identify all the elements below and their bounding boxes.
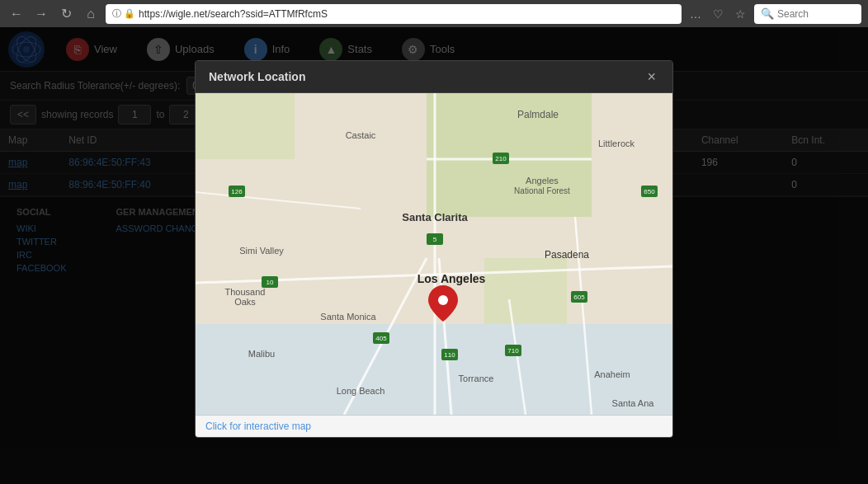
modal-body: 5 405 210 605 710 110 xyxy=(196,93,672,437)
modal-overlay: Network Location × xyxy=(0,27,868,484)
address-bar[interactable]: ⓘ 🔒 https://wigle.net/search?ssid=ATTMfR… xyxy=(106,4,682,24)
svg-text:Angeles: Angeles xyxy=(526,176,559,186)
svg-text:Santa Monica: Santa Monica xyxy=(320,312,376,322)
network-location-modal: Network Location × xyxy=(195,60,673,438)
url-text: https://wigle.net/search?ssid=ATTMfRfcmS xyxy=(139,8,328,20)
home-button[interactable]: ⌂ xyxy=(81,4,101,24)
svg-text:126: 126 xyxy=(231,188,243,195)
refresh-button[interactable]: ↻ xyxy=(56,4,76,24)
svg-text:210: 210 xyxy=(495,155,507,162)
svg-text:Malibu: Malibu xyxy=(248,349,275,359)
search-icon: 🔍 xyxy=(761,7,774,20)
menu-button[interactable]: … xyxy=(686,6,705,22)
svg-text:Los Angeles: Los Angeles xyxy=(417,272,486,285)
interactive-map-link[interactable]: Click for interactive map xyxy=(196,415,672,437)
svg-text:Castaic: Castaic xyxy=(346,130,376,140)
star-button[interactable]: ☆ xyxy=(732,6,749,22)
svg-rect-8 xyxy=(484,258,567,324)
svg-text:Simi Valley: Simi Valley xyxy=(239,246,284,256)
svg-text:Anaheim: Anaheim xyxy=(594,369,630,379)
svg-text:Oaks: Oaks xyxy=(234,297,256,307)
forward-button[interactable]: → xyxy=(31,4,51,24)
modal-title: Network Location xyxy=(209,70,305,83)
map-svg: 5 405 210 605 710 110 xyxy=(196,93,672,415)
back-button[interactable]: ← xyxy=(7,4,26,24)
svg-text:Torrance: Torrance xyxy=(459,374,494,383)
browser-chrome: ← → ↻ ⌂ ⓘ 🔒 https://wigle.net/search?ssi… xyxy=(0,0,868,27)
svg-text:Long Beach: Long Beach xyxy=(337,386,385,396)
svg-text:Thousand: Thousand xyxy=(225,287,266,297)
svg-text:Palmdale: Palmdale xyxy=(517,109,559,120)
browser-search-box[interactable]: 🔍 xyxy=(754,4,861,24)
svg-point-53 xyxy=(438,295,448,305)
svg-text:650: 650 xyxy=(644,188,655,195)
svg-text:Pasadena: Pasadena xyxy=(545,249,589,261)
modal-header: Network Location × xyxy=(196,61,672,93)
security-icon: ⓘ 🔒 xyxy=(112,7,135,20)
svg-text:710: 710 xyxy=(507,347,519,355)
svg-text:10: 10 xyxy=(267,279,274,286)
map-container: 5 405 210 605 710 110 xyxy=(196,93,672,415)
bookmark-heart-button[interactable]: ♡ xyxy=(710,6,727,22)
browser-search-input[interactable] xyxy=(777,8,855,20)
svg-text:Santa Ana: Santa Ana xyxy=(612,398,655,408)
svg-text:National Forest: National Forest xyxy=(514,186,570,195)
svg-text:405: 405 xyxy=(375,335,387,342)
svg-text:605: 605 xyxy=(573,294,585,301)
svg-text:5: 5 xyxy=(433,236,437,243)
modal-close-button[interactable]: × xyxy=(644,69,659,84)
svg-rect-7 xyxy=(196,93,295,159)
svg-text:Littlerock: Littlerock xyxy=(598,139,635,148)
svg-text:Santa Clarita: Santa Clarita xyxy=(402,211,468,223)
svg-text:110: 110 xyxy=(444,351,455,359)
